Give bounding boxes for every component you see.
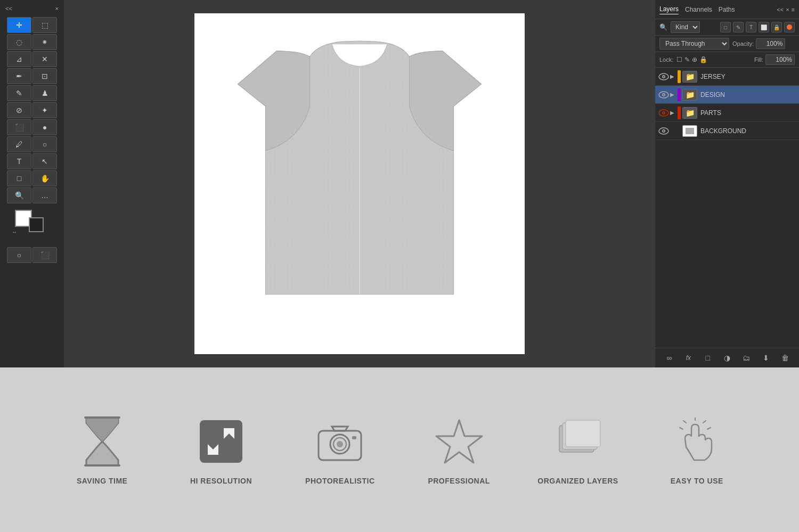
tshirt-canvas [221,40,498,328]
footer-fx-btn[interactable]: fx [682,351,695,364]
tab-paths[interactable]: Paths [719,5,735,14]
filter-shape[interactable]: ⬜ [759,22,769,32]
feature-saving-time: SAVING TIME [54,415,150,485]
layer-design-name: DESIGN [700,91,797,99]
lock-pixels[interactable]: ☐ [676,56,682,63]
eraser-tool[interactable]: ⊘ [7,102,31,118]
tab-layers[interactable]: Layers [659,4,679,14]
footer-link-btn[interactable]: ∞ [663,351,675,364]
marquee-tool[interactable]: ⬚ [32,17,57,33]
eye-icon-design [658,91,669,99]
panel-close[interactable]: × [786,6,789,13]
type-tool[interactable]: T [7,153,31,169]
toolbar-collapse[interactable]: << [5,5,12,12]
filter-adjustment[interactable]: ✎ [733,22,744,32]
layer-jersey-expand[interactable]: ▶ [670,73,678,79]
filter-smart[interactable]: 🔒 [771,22,782,32]
lasso-tool[interactable]: ◌ [7,34,31,50]
layer-design-visibility[interactable] [657,88,670,101]
feature-strip: SAVING TIME HI RESOLUTION [0,367,799,532]
brush-tool[interactable]: ✎ [7,85,31,101]
lock-all[interactable]: 🔒 [699,56,707,63]
svg-rect-27 [566,420,600,447]
svg-point-8 [663,94,665,95]
panel-collapse[interactable]: << [777,6,784,13]
layer-design-expand[interactable]: ▶ [670,92,678,97]
canvas-document [194,13,525,354]
feature-photorealistic: PHOTOREALISTIC [292,415,388,485]
shape2-tool[interactable]: □ [7,170,31,186]
panel-search: 🔍 Kind □ ✎ T ⬜ 🔒 [655,19,799,36]
easy-to-use-label: EASY TO USE [671,477,723,485]
lock-move[interactable]: ⊕ [692,56,697,63]
fill-input[interactable] [765,54,795,65]
layer-background[interactable]: ▶ BACKGROUND [655,122,799,140]
path-select-tool[interactable]: ↖ [32,153,57,169]
footer-new-layer-btn[interactable]: ⬇ [760,351,772,364]
layer-background-visibility[interactable] [657,125,670,137]
layer-parts-visibility[interactable] [657,107,670,119]
eyedropper-tool[interactable]: ✒ [7,68,31,84]
layer-parts-name: PARTS [700,109,797,117]
footer-mask-btn[interactable]: □ [702,351,714,364]
gradient-tool[interactable]: ✦ [32,102,57,118]
eye-icon-parts [658,109,669,117]
layer-design[interactable]: ▶ 📁 DESIGN [655,86,799,104]
patch-tool[interactable]: ⊡ [32,68,57,84]
kind-select[interactable]: Kind [671,21,700,33]
panel-menu[interactable]: ≡ [792,6,795,13]
tool-row-bottom: ○ ⬛ [2,247,62,263]
dodge-tool[interactable]: ○ [32,136,57,152]
magic-wand-tool[interactable]: ⁕ [32,34,57,50]
switch-colors-icon[interactable]: ↔ [12,229,17,235]
tab-channels[interactable]: Channels [685,5,712,14]
layer-background-name: BACKGROUND [700,127,797,135]
blend-mode-select[interactable]: Pass Through [659,38,729,50]
move-tool[interactable]: ✛ [7,17,31,33]
opacity-label: Opacity: [732,40,754,47]
filter-icons: □ ✎ T ⬜ 🔒 [720,22,795,32]
filter-active[interactable] [784,22,795,32]
svg-line-30 [683,421,686,423]
footer-delete-btn[interactable]: 🗑 [779,351,792,364]
svg-rect-23 [352,436,356,439]
lock-paint[interactable]: ✎ [684,56,690,63]
zoom-tool[interactable]: 🔍 [7,187,31,203]
layer-parts[interactable]: ▶ 📁 PARTS [655,104,799,122]
filter-pixel[interactable]: □ [720,22,731,32]
layer-jersey[interactable]: ▶ 📁 JERSEY [655,68,799,86]
layer-parts-expand[interactable]: ▶ [670,110,678,116]
stamp-tool[interactable]: ♟ [32,85,57,101]
screen-mode-tool[interactable]: ⬛ [32,247,57,263]
background-color[interactable] [29,217,44,232]
layer-jersey-visibility[interactable] [657,70,670,83]
main-area: << × ✛ ⬚ ◌ ⁕ ⊿ ✕ ✒ ⊡ ✎ ♟ ⊘ ✦ ⬛ ● [0,0,799,367]
layer-design-thumb: 📁 [682,89,697,101]
layer-jersey-name: JERSEY [700,73,797,80]
saving-time-icon [76,415,129,468]
slice-tool[interactable]: ✕ [32,51,57,67]
paint-bucket-tool[interactable]: ● [32,119,57,135]
shape-tool[interactable]: ⬛ [7,119,31,135]
more-tool[interactable]: … [32,187,57,203]
color-swatches: ↔ [6,210,58,242]
hand-tool[interactable]: ✋ [32,170,57,186]
opacity-input[interactable] [756,38,785,49]
pen-tool[interactable]: 🖊 [7,136,31,152]
opacity-row: Opacity: [732,38,795,49]
fill-row: Fill: [754,54,795,65]
quick-mask-tool[interactable]: ○ [7,247,31,263]
svg-point-11 [663,112,665,113]
hi-res-icon [194,415,248,468]
layer-design-color-badge [678,88,681,101]
footer-group-btn[interactable]: 🗂 [740,351,753,364]
footer-adjustment-btn[interactable]: ◑ [721,351,733,364]
organized-layers-label: ORGANIZED LAYERS [537,477,618,485]
filter-type[interactable]: T [746,22,756,32]
crop-tool[interactable]: ⊿ [7,51,31,67]
star-icon [433,415,486,468]
toolbar-close[interactable]: × [55,5,59,12]
search-icon: 🔍 [659,23,667,31]
camera-icon [313,415,366,468]
layers-icon [551,415,605,468]
